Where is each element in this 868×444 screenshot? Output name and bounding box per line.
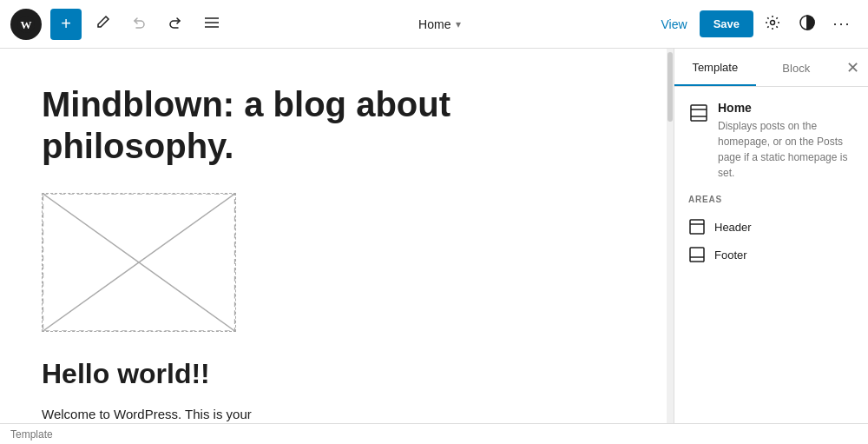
page-title-label: Home xyxy=(418,17,450,31)
undo-icon xyxy=(131,15,147,34)
template-item-icon xyxy=(688,103,709,123)
right-panel: Template Block ✕ Home Displays posts on xyxy=(674,49,868,423)
panel-tabs: Template Block ✕ xyxy=(674,49,868,87)
toolbar: W + xyxy=(0,0,868,49)
pencil-icon xyxy=(95,15,110,34)
close-panel-button[interactable]: ✕ xyxy=(837,52,868,83)
tab-block[interactable]: Block xyxy=(756,50,838,85)
template-desc: Displays posts on the homepage, or on th… xyxy=(718,118,854,181)
edit-button[interactable] xyxy=(87,9,118,40)
status-bar: Template xyxy=(0,423,868,444)
chevron-down-icon: ▾ xyxy=(456,18,461,30)
svg-text:W: W xyxy=(21,18,32,31)
canvas-scrollbar[interactable] xyxy=(667,49,674,423)
add-icon: + xyxy=(61,14,71,34)
post-excerpt: Welcome to WordPress. This is your first… xyxy=(42,404,267,423)
area-item-footer[interactable]: Footer xyxy=(688,241,854,268)
close-icon: ✕ xyxy=(846,58,859,77)
settings-button[interactable] xyxy=(757,9,788,40)
post-title: Hello world!! xyxy=(42,358,625,390)
footer-area-icon xyxy=(688,246,706,263)
wp-logo: W xyxy=(10,9,42,40)
page-title-area: Home ▾ xyxy=(233,12,648,36)
page-title-button[interactable]: Home ▾ xyxy=(410,12,470,36)
blog-title: Mindblown: a blog about philosophy. xyxy=(42,83,625,167)
more-icon: ··· xyxy=(832,15,851,33)
redo-icon xyxy=(168,15,183,34)
save-button[interactable]: Save xyxy=(700,10,753,37)
canvas-area: Mindblown: a blog about philosophy. Hell… xyxy=(0,49,674,423)
add-block-button[interactable]: + xyxy=(50,9,82,40)
tab-template[interactable]: Template xyxy=(674,49,756,86)
image-placeholder xyxy=(42,193,236,332)
redo-button[interactable] xyxy=(160,9,191,40)
list-view-button[interactable] xyxy=(196,9,227,40)
svg-rect-13 xyxy=(690,220,704,234)
toolbar-right: View Save ··· xyxy=(653,9,858,40)
contrast-button[interactable] xyxy=(792,9,823,40)
template-item: Home Displays posts on the homepage, or … xyxy=(688,101,854,181)
svg-rect-15 xyxy=(690,248,704,262)
scrollbar-thumb[interactable] xyxy=(667,52,673,122)
main-area: Mindblown: a blog about philosophy. Hell… xyxy=(0,49,868,423)
contrast-icon xyxy=(799,15,815,34)
header-area-icon xyxy=(688,218,706,235)
more-options-button[interactable]: ··· xyxy=(826,9,858,40)
status-text: Template xyxy=(10,428,53,441)
area-item-header[interactable]: Header xyxy=(688,213,854,241)
template-name: Home xyxy=(718,101,854,115)
template-item-info: Home Displays posts on the homepage, or … xyxy=(718,101,854,181)
view-button[interactable]: View xyxy=(653,12,696,36)
undo-button[interactable] xyxy=(123,9,155,40)
area-footer-label: Footer xyxy=(714,249,747,262)
area-header-label: Header xyxy=(714,221,752,234)
svg-rect-10 xyxy=(691,105,707,121)
canvas[interactable]: Mindblown: a blog about philosophy. Hell… xyxy=(0,49,667,423)
list-icon xyxy=(204,17,220,32)
panel-content: Home Displays posts on the homepage, or … xyxy=(674,87,868,423)
settings-icon xyxy=(765,15,780,34)
svg-point-5 xyxy=(771,20,775,24)
areas-label: AREAS xyxy=(688,195,854,204)
